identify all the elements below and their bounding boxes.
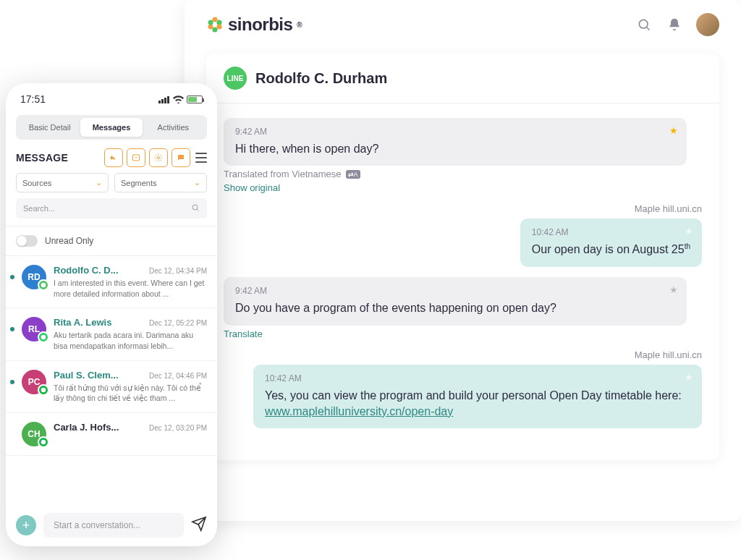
unread-dot [10, 275, 14, 279]
message-list-header: MESSAGE [6, 148, 217, 173]
svg-point-0 [213, 18, 217, 22]
search-icon[interactable] [635, 16, 653, 33]
svg-point-14 [158, 157, 160, 159]
star-icon[interactable]: ★ [685, 372, 693, 383]
unread-label: Unread Only [45, 236, 93, 246]
unread-toggle[interactable] [16, 235, 38, 247]
chat-header: LINE Rodolfo C. Durham [206, 54, 719, 103]
message-body: Our open day is on August 25th [532, 242, 690, 258]
mobile-device: 17:51 Basic Detail Messages Activities M… [6, 83, 217, 546]
contact-avatar: CH [22, 422, 46, 446]
svg-point-6 [639, 20, 648, 28]
conversation-list: RDRodolfo C. D...Dec 12, 04:34 PMI am in… [6, 255, 217, 456]
svg-point-15 [192, 205, 198, 210]
conversation-name: Paul S. Clem... [54, 370, 119, 381]
contact-avatar: RD [22, 265, 46, 289]
message-bubble[interactable]: 10:42 AMYes, you can view the program an… [253, 365, 702, 429]
tab-basic-detail[interactable]: Basic Detail [19, 118, 80, 137]
svg-line-7 [647, 27, 650, 30]
sources-filter[interactable]: Sources⌄ [16, 173, 109, 192]
svg-point-19 [41, 387, 46, 392]
svg-point-2 [218, 25, 221, 29]
message-heading: MESSAGE [16, 152, 68, 164]
status-bar: 17:51 [6, 93, 217, 112]
tab-messages[interactable]: Messages [80, 118, 142, 137]
compose-input[interactable]: Start a converstation... [43, 513, 184, 538]
archive-icon[interactable] [127, 148, 145, 167]
sender-label: Maple hill.uni.cn [635, 349, 702, 360]
star-icon[interactable]: ★ [669, 284, 678, 295]
chat-icon[interactable] [172, 148, 190, 167]
unread-dot [10, 327, 14, 331]
conversation-item[interactable]: RDRodolfo C. D...Dec 12, 04:34 PMI am in… [6, 256, 217, 308]
add-button[interactable]: + [16, 515, 36, 535]
svg-point-5 [209, 21, 213, 25]
star-icon[interactable]: ★ [669, 125, 678, 136]
contact-avatar: PC [22, 370, 46, 394]
show-original-link[interactable]: Show original [224, 182, 702, 193]
conversation-preview: Aku tertarik pada acara ini. Darimana ak… [54, 330, 207, 351]
svg-rect-11 [167, 96, 169, 103]
svg-point-1 [218, 21, 221, 25]
settings-icon[interactable] [149, 148, 168, 167]
chat-card: LINE Rodolfo C. Durham 9:42 AMHi there, … [206, 54, 719, 460]
svg-rect-8 [158, 101, 161, 103]
composer: + Start a converstation... [16, 513, 207, 538]
status-time: 17:51 [20, 93, 46, 105]
line-icon [38, 279, 49, 291]
message-body: Hi there, when is open day? [235, 141, 675, 157]
search-input[interactable]: Search... [16, 198, 207, 219]
conversation-date: Dec 12, 04:34 PM [149, 267, 207, 275]
conversation-preview: Tôi rất hứng thú với sự kiện này. Tôi có… [54, 383, 207, 404]
segments-filter[interactable]: Segments⌄ [114, 173, 207, 192]
star-icon[interactable]: ★ [685, 226, 693, 237]
message-bubble[interactable]: 9:42 AMHi there, when is open day?★ [224, 118, 687, 166]
chevron-down-icon: ⌄ [96, 178, 102, 187]
conversation-preview: I am interested in this event. Where can… [54, 278, 207, 299]
svg-point-17 [41, 283, 46, 288]
message-bubble[interactable]: 10:42 AMOur open day is on August 25th★ [520, 219, 702, 267]
chevron-down-icon: ⌄ [194, 178, 200, 187]
translated-label: Translated from Vietnamese ⇄A [224, 169, 702, 179]
message-timestamp: 9:42 AM [235, 286, 675, 296]
svg-rect-9 [161, 99, 164, 103]
conversation-date: Dec 12, 05:22 PM [149, 319, 207, 327]
conversation-date: Dec 12, 03:20 PM [149, 424, 207, 432]
bell-icon[interactable] [666, 16, 683, 33]
wifi-icon [173, 96, 184, 103]
contact-avatar: RL [22, 317, 46, 341]
message-body: Yes, you can view the program and build … [265, 388, 690, 420]
message-timestamp: 10:42 AM [265, 373, 690, 383]
translate-link[interactable]: Translate [224, 328, 702, 339]
message-timestamp: 9:42 AM [235, 127, 675, 137]
menu-icon[interactable] [195, 153, 207, 163]
svg-point-3 [213, 28, 217, 32]
message-row: Maple hill.uni.cn10:42 AMOur open day is… [224, 203, 702, 267]
message-row: 9:42 AMHi there, when is open day?★Trans… [224, 118, 702, 193]
unread-dot [10, 380, 14, 384]
message-body: Do you have a program of the events happ… [235, 300, 675, 316]
svg-point-18 [41, 335, 46, 340]
battery-icon [187, 96, 203, 103]
signal-icon [158, 96, 170, 103]
conversation-item[interactable]: CHCarla J. Hofs...Dec 12, 03:20 PM [6, 413, 217, 456]
unread-filter-row: Unread Only [6, 226, 217, 255]
conversation-name: Rodolfo C. D... [54, 265, 119, 276]
brand-logo: sinorbis® [206, 14, 302, 35]
brand-mark-icon [206, 16, 224, 33]
reply-all-icon[interactable] [104, 148, 123, 167]
user-avatar[interactable] [696, 13, 719, 36]
wechat-icon [38, 436, 49, 448]
tab-bar: Basic Detail Messages Activities [16, 115, 207, 140]
message-bubble[interactable]: 9:42 AMDo you have a program of the even… [224, 277, 687, 325]
tab-activities[interactable]: Activities [143, 118, 204, 137]
translate-icon: ⇄A [346, 170, 360, 179]
conversation-item[interactable]: RLRita A. LewisDec 12, 05:22 PMAku terta… [6, 308, 217, 360]
conversation-name: Carla J. Hofs... [54, 422, 119, 433]
wechat-icon [38, 384, 49, 396]
message-link[interactable]: www.maplehilluniversity.cn/open-day [265, 405, 453, 417]
send-icon[interactable] [191, 516, 207, 535]
whatsapp-icon [38, 331, 49, 343]
svg-point-20 [41, 440, 46, 445]
conversation-item[interactable]: PCPaul S. Clem...Dec 12, 04:46 PMTôi rất… [6, 361, 217, 413]
